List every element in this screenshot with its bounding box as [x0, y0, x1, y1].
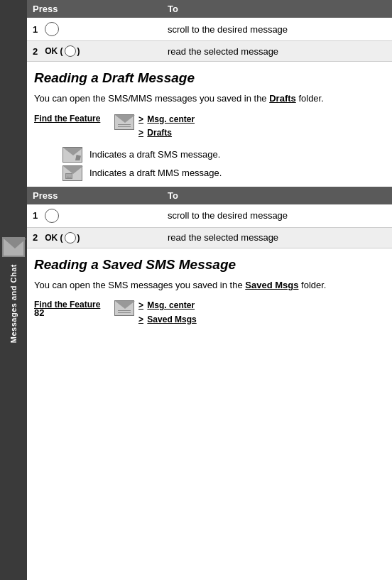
table2-header-press: Press	[27, 187, 162, 204]
table1-row1-to: scroll to the desired message	[162, 18, 392, 41]
draft-sms-text: Indicates a draft SMS message.	[89, 149, 220, 160]
find-feature-icon-path-1: > Msg. center > Drafts	[114, 113, 195, 140]
section1-body-bold: Drafts	[269, 93, 296, 104]
circle-icon	[65, 45, 76, 57]
table2-row1-press: 1	[27, 204, 162, 228]
section1-title: Reading a Draft Message	[34, 70, 385, 86]
table1-row2-to: read the selected message	[162, 41, 392, 62]
ok-text: OK (	[45, 46, 62, 56]
section2-body: You can open the SMS messages you saved …	[34, 278, 385, 292]
draft-sms-row: Indicates a draft SMS message.	[62, 147, 385, 163]
scroll-circle-icon-2	[45, 209, 59, 223]
draft-mms-icon	[62, 165, 82, 181]
find-feature-2: Find the Feature > Msg. center > Saved M…	[34, 299, 385, 326]
page-number: 82	[34, 307, 44, 318]
table1-row2-press: 2 OK ( )	[27, 41, 162, 62]
section1-body-end: folder.	[296, 93, 324, 104]
section2-body-end: folder.	[298, 280, 326, 290]
ok-paren: )	[77, 46, 80, 56]
table2-row2-to: read the selected message	[162, 227, 392, 248]
scroll-circle-icon	[45, 22, 59, 36]
ok-circle-icon-2: OK ( )	[45, 232, 80, 244]
ok-paren-2: )	[77, 233, 80, 243]
table2: Press To 1 scroll to the desired message…	[27, 187, 392, 248]
find-feature-path-1: > Msg. center > Drafts	[138, 113, 195, 140]
section1-body-start: You can open the SMS/MMS messages you sa…	[34, 93, 269, 104]
find-feature-label-text-1: Find the Feature	[34, 114, 100, 124]
table2-row2-press: 2 OK ( )	[27, 227, 162, 248]
envelope-icon-1	[114, 114, 134, 130]
row-number: 1	[33, 24, 38, 35]
table1-header-to: To	[162, 0, 392, 18]
find-feature-path-2: > Msg. center > Saved Msgs	[138, 299, 197, 326]
section2-title: Reading a Saved SMS Message	[34, 257, 385, 273]
draft-icons: Indicates a draft SMS message. Indicates…	[62, 147, 385, 181]
ok-text-2: OK (	[45, 233, 62, 243]
draft-sms-icon	[62, 147, 82, 163]
draft-mms-row: Indicates a draft MMS message.	[62, 165, 385, 181]
table1: Press To 1 scroll to the desired message…	[27, 0, 392, 62]
path-drafts-1: Drafts	[147, 128, 172, 138]
table-row: 1 scroll to the desired message	[27, 204, 392, 228]
section1-body: You can open the SMS/MMS messages you sa…	[34, 92, 385, 106]
find-feature-1: Find the Feature > Msg. center > Drafts	[34, 113, 385, 140]
table-row: 2 OK ( ) read the selected message	[27, 227, 392, 248]
section2-body-bold: Saved Msgs	[245, 280, 298, 290]
table1-row1-press: 1	[27, 18, 162, 41]
main-content: Press To 1 scroll to the desired message…	[27, 0, 392, 327]
path-msg-center-2: Msg. center	[147, 300, 195, 310]
ok-circle-icon: OK ( )	[45, 45, 80, 57]
row-number: 2	[33, 232, 38, 243]
path-saved-msgs-2: Saved Msgs	[147, 314, 196, 324]
path-msg-center-1: Msg. center	[147, 114, 195, 124]
table-row: 1 scroll to the desired message	[27, 18, 392, 41]
envelope-icon-2	[114, 300, 134, 316]
row-number: 2	[33, 46, 38, 57]
section2-body-start: You can open the SMS messages you saved …	[34, 280, 245, 290]
find-feature-label-1: Find the Feature	[34, 113, 109, 124]
find-feature-icon-path-2: > Msg. center > Saved Msgs	[114, 299, 197, 326]
row-number: 1	[33, 210, 38, 221]
circle-icon-2	[65, 232, 76, 244]
table2-header-to: To	[162, 187, 392, 204]
sidebar-envelope-icon	[2, 237, 25, 257]
table2-row1-to: scroll to the desired message	[162, 204, 392, 228]
sidebar: Messages and Chat	[0, 0, 27, 580]
sidebar-label: Messages and Chat	[9, 264, 18, 343]
table-row: 2 OK ( ) read the selected message	[27, 41, 392, 62]
find-feature-label-2: Find the Feature	[34, 299, 109, 310]
table1-header-press: Press	[27, 0, 162, 18]
draft-mms-text: Indicates a draft MMS message.	[89, 168, 222, 178]
